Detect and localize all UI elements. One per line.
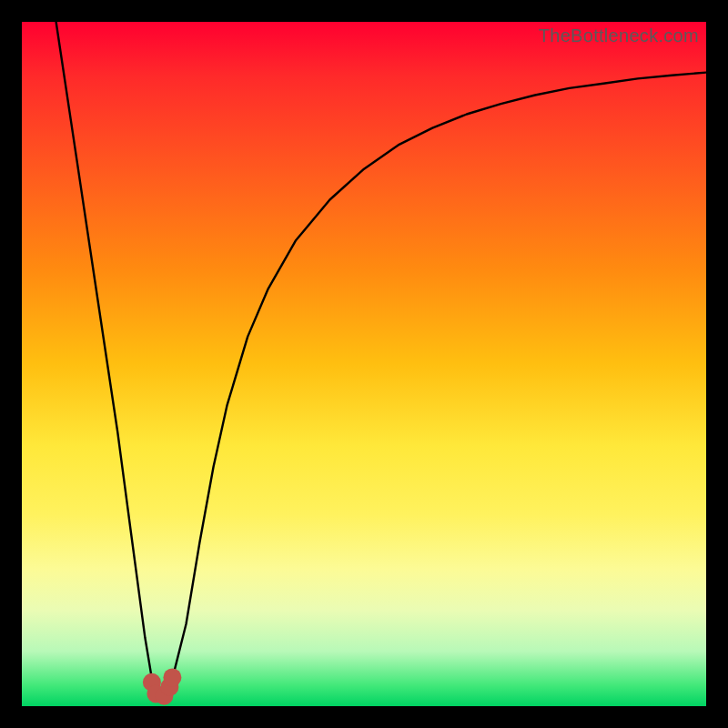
curve-layer xyxy=(22,22,706,706)
bottleneck-curve xyxy=(56,22,706,693)
plot-area: TheBottleneck.com xyxy=(22,22,706,706)
chart-frame: TheBottleneck.com xyxy=(0,0,728,728)
point-5 xyxy=(163,668,181,686)
curve-markers xyxy=(143,668,182,704)
